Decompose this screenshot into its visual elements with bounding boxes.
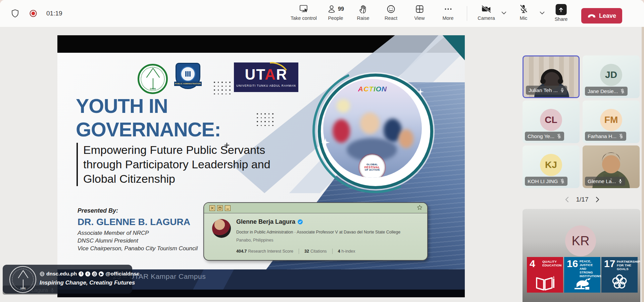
slide-subtitle: Empowering Future Public Servants throug… bbox=[77, 143, 270, 186]
phone-down-icon bbox=[587, 13, 596, 18]
action-banner-text: ACTION bbox=[358, 85, 387, 93]
participant-tile-kr[interactable]: KR 4 QUALITY EDUCATION 16 PEACE, JUSTICE… bbox=[523, 209, 640, 302]
sdg-16-peace-justice-badge: 16 PEACE, JUSTICE AND STRONG INSTITUTION… bbox=[564, 257, 600, 293]
photo-blob bbox=[399, 129, 413, 148]
sidebar-scrollbar[interactable] bbox=[642, 27, 644, 302]
participant-tile-chong[interactable]: CL Chong Ye... bbox=[523, 100, 580, 143]
instagram-icon: @ bbox=[92, 271, 97, 276]
participant-tile-jane[interactable]: JD Jane Desie... bbox=[583, 55, 640, 98]
mic-button[interactable]: Mic bbox=[518, 4, 529, 21]
slide-title: YOUTH IN GOVERNANCE: bbox=[76, 94, 221, 141]
shield-icon bbox=[10, 8, 20, 18]
mic-on-icon bbox=[560, 88, 564, 93]
photo-blob bbox=[360, 113, 380, 134]
dnsc-college-seal-logo: 1995 bbox=[138, 64, 168, 94]
shared-screen-slide: ACTION GLOBAL FESTIVAL OF ACTION 1995 PU… bbox=[57, 35, 465, 297]
participant-tile-farhana[interactable]: FM Farhana H... bbox=[583, 100, 640, 143]
scholar-avatar bbox=[212, 219, 231, 238]
avatar: FM bbox=[600, 109, 622, 131]
take-control-icon bbox=[298, 4, 309, 14]
raise-hand-icon bbox=[358, 4, 368, 14]
mic-off-icon bbox=[560, 179, 565, 184]
sdg-17-partnerships-badge: 17 PARTNERSHIPS FOR THE GOALS bbox=[601, 257, 638, 293]
open-book-icon bbox=[535, 275, 555, 291]
camera-button[interactable]: Camera bbox=[478, 4, 495, 21]
dove-icon bbox=[573, 276, 592, 291]
recording-icon bbox=[29, 9, 38, 18]
global-festival-of-action-badge: GLOBAL FESTIVAL OF ACTION bbox=[359, 155, 385, 178]
share-icon bbox=[555, 4, 566, 15]
share-button[interactable]: Share bbox=[555, 4, 568, 22]
avatar: JD bbox=[600, 64, 622, 86]
people-button[interactable]: 99 People bbox=[327, 4, 344, 21]
interlocking-rings-icon bbox=[610, 273, 629, 291]
participants-pagination: 1/17 bbox=[555, 196, 609, 203]
camera-options-chevron-icon[interactable] bbox=[501, 11, 506, 14]
raise-hand-button[interactable]: Raise bbox=[357, 4, 369, 21]
avatar: CL bbox=[540, 109, 562, 131]
smiley-icon bbox=[386, 4, 396, 14]
ellipsis-icon bbox=[443, 4, 453, 14]
page-indicator: 1/17 bbox=[576, 196, 589, 203]
celebration-photo: ACTION GLOBAL FESTIVAL OF ACTION bbox=[323, 79, 422, 178]
contact-line: dnsc.edu.ph f t @ ▶ @officialdnsc bbox=[40, 271, 140, 277]
participant-name-pill: Glenne La... bbox=[585, 177, 625, 186]
next-page-chevron-icon[interactable] bbox=[596, 197, 599, 203]
sparkle-icon bbox=[417, 88, 424, 95]
avatar: KJ bbox=[540, 154, 562, 176]
grid-view-icon bbox=[414, 4, 425, 14]
toolbar-divider bbox=[467, 6, 467, 21]
dot-grid-decoration bbox=[214, 82, 231, 94]
photo-blob bbox=[333, 119, 350, 143]
presenter-name: DR. GLENNE B. LAGURA bbox=[78, 217, 190, 227]
globe-icon bbox=[40, 271, 45, 276]
mouse-cursor bbox=[225, 143, 229, 147]
scholar-profile-card: Glenne Berja Lagura Doctor in Public Adm… bbox=[203, 202, 428, 261]
people-count: 99 bbox=[338, 6, 344, 12]
tagline-text: Inspiring Change, Creating Futures bbox=[40, 279, 135, 286]
teams-meeting-window: 01:19 Take control 99 People Raise bbox=[0, 0, 644, 302]
take-control-button[interactable]: Take control bbox=[291, 4, 317, 21]
participant-name-pill: Farhana H... bbox=[585, 132, 626, 141]
avatar: KR bbox=[565, 225, 596, 256]
facebook-icon: f bbox=[79, 271, 84, 276]
scholar-stats: 404.7Research Interest Score 32Citations… bbox=[236, 249, 355, 254]
leave-button[interactable]: Leave bbox=[581, 8, 622, 24]
participant-name-pill: KOH LI JING bbox=[525, 177, 567, 186]
maximize-icon bbox=[217, 205, 223, 211]
sparkle-icon bbox=[321, 138, 330, 147]
meeting-timer: 01:19 bbox=[46, 10, 62, 17]
mic-off-icon bbox=[518, 4, 529, 14]
participant-tile-koh[interactable]: KJ KOH LI JING bbox=[523, 145, 580, 188]
scholar-description: Doctor in Public Administration · Associ… bbox=[236, 230, 400, 234]
mic-off-icon bbox=[620, 89, 625, 94]
sdg-4-quality-education-badge: 4 QUALITY EDUCATION bbox=[527, 257, 563, 293]
youtube-icon: ▶ bbox=[99, 271, 104, 276]
close-icon bbox=[209, 205, 215, 211]
meeting-toolbar: 01:19 Take control 99 People Raise bbox=[0, 0, 644, 27]
more-button[interactable]: More bbox=[442, 4, 453, 21]
scholar-name: Glenne Berja Lagura bbox=[236, 218, 303, 225]
react-button[interactable]: React bbox=[385, 4, 397, 21]
dnsc-seal-white-icon: 1995 bbox=[9, 266, 36, 293]
dnsc-contact-overlay: 1995 dnsc.edu.ph f t @ ▶ @officialdnsc I… bbox=[3, 265, 132, 294]
verified-check-icon bbox=[298, 219, 303, 224]
minimize-icon bbox=[225, 205, 231, 211]
participant-tile-julian[interactable]: Julian Teh ... bbox=[523, 55, 580, 98]
participant-tile-glenne[interactable]: Glenne La... bbox=[583, 145, 640, 188]
dot-grid-decoration bbox=[257, 113, 274, 126]
mic-on-icon bbox=[618, 179, 623, 184]
presented-by-label: Presented By: bbox=[78, 207, 118, 214]
card-title-bar bbox=[204, 203, 427, 213]
camera-off-icon bbox=[481, 4, 492, 14]
previous-page-chevron-icon[interactable] bbox=[565, 197, 569, 203]
participant-name-pill: Chong Ye... bbox=[525, 132, 564, 141]
participant-name-pill: Jane Desie... bbox=[585, 87, 628, 96]
star-icon bbox=[417, 205, 423, 210]
people-icon bbox=[327, 4, 337, 14]
participant-name-pill: Julian Teh ... bbox=[526, 86, 567, 95]
view-button[interactable]: View bbox=[414, 4, 425, 21]
mic-options-chevron-icon[interactable] bbox=[540, 11, 545, 14]
mic-off-icon bbox=[557, 134, 561, 139]
public-administration-badge-logo: PUBLIC ADMINISTRATION bbox=[176, 63, 200, 94]
